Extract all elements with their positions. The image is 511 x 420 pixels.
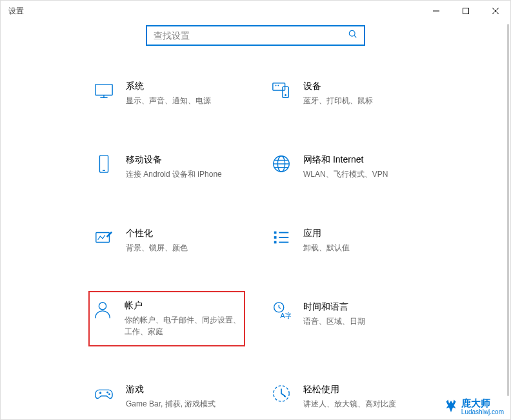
svg-point-28 bbox=[99, 303, 106, 310]
tile-desc: 语音、区域、日期 bbox=[303, 315, 417, 327]
tile-devices[interactable]: 设备 蓝牙、打印机、鼠标 bbox=[268, 78, 420, 109]
svg-text:A字: A字 bbox=[280, 312, 291, 319]
tile-personalization[interactable]: 个性化 背景、锁屏、颜色 bbox=[91, 225, 243, 256]
gaming-icon bbox=[94, 384, 114, 405]
tile-apps[interactable]: 应用 卸载、默认值 bbox=[268, 225, 420, 256]
tile-title: 轻松使用 bbox=[303, 384, 417, 395]
tile-network[interactable]: 网络和 Internet WLAN、飞行模式、VPN bbox=[268, 152, 420, 183]
minimize-button[interactable] bbox=[421, 1, 451, 21]
tile-title: 帐户 bbox=[125, 300, 241, 312]
tile-time-language[interactable]: A字 时间和语言 语音、区域、日期 bbox=[268, 299, 420, 339]
search-icon bbox=[348, 30, 357, 41]
phone-icon bbox=[94, 154, 114, 175]
svg-rect-24 bbox=[274, 241, 277, 244]
network-icon bbox=[271, 154, 292, 175]
svg-rect-1 bbox=[463, 8, 469, 14]
tile-desc: 讲述人、放大镜、高对比度 bbox=[303, 398, 417, 410]
tile-ease-of-access[interactable]: 轻松使用 讲述人、放大镜、高对比度 bbox=[268, 381, 420, 412]
svg-point-33 bbox=[106, 392, 108, 394]
svg-point-10 bbox=[276, 85, 277, 86]
svg-point-13 bbox=[285, 94, 286, 96]
tile-accounts[interactable]: 帐户 你的帐户、电子邮件、同步设置、工作、家庭 bbox=[88, 291, 245, 346]
tile-title: 个性化 bbox=[126, 228, 240, 239]
svg-rect-6 bbox=[95, 85, 112, 95]
tile-phone[interactable]: 移动设备 连接 Android 设备和 iPhone bbox=[91, 152, 243, 183]
tile-gaming[interactable]: 游戏 Game Bar, 捕获, 游戏模式 bbox=[91, 381, 243, 412]
tile-desc: WLAN、飞行模式、VPN bbox=[303, 168, 417, 180]
tile-title: 移动设备 bbox=[126, 154, 240, 166]
apps-icon bbox=[271, 228, 292, 248]
tile-title: 游戏 bbox=[126, 384, 240, 395]
tile-title: 时间和语言 bbox=[303, 301, 417, 313]
system-icon bbox=[94, 81, 114, 101]
devices-icon bbox=[271, 81, 292, 101]
tile-title: 应用 bbox=[303, 228, 417, 239]
watermark-url: Ludashiwj.com bbox=[461, 408, 504, 415]
svg-line-31 bbox=[279, 307, 281, 308]
personalization-icon bbox=[94, 228, 114, 248]
tile-title: 设备 bbox=[303, 81, 417, 92]
accounts-icon bbox=[92, 300, 113, 321]
svg-rect-14 bbox=[99, 155, 108, 172]
window-title: 设置 bbox=[8, 6, 24, 17]
tile-title: 网络和 Internet bbox=[303, 154, 417, 166]
svg-point-11 bbox=[277, 85, 279, 86]
watermark-name: 鹿大师 bbox=[461, 398, 504, 409]
svg-rect-23 bbox=[274, 236, 277, 239]
tile-title: 系统 bbox=[126, 81, 240, 92]
svg-rect-21 bbox=[96, 233, 110, 243]
tile-desc: 卸载、默认值 bbox=[303, 242, 417, 254]
watermark: 鹿大师 Ludashiwj.com bbox=[443, 398, 504, 416]
search-input[interactable] bbox=[154, 30, 348, 41]
time-language-icon: A字 bbox=[271, 301, 292, 322]
svg-point-34 bbox=[108, 394, 110, 395]
tile-desc: 连接 Android 设备和 iPhone bbox=[126, 168, 240, 180]
tile-desc: 蓝牙、打印机、鼠标 bbox=[303, 95, 417, 106]
tile-desc: 你的帐户、电子邮件、同步设置、工作、家庭 bbox=[125, 314, 241, 337]
scrollbar[interactable] bbox=[507, 24, 509, 396]
search-box[interactable] bbox=[146, 25, 365, 46]
tile-desc: 背景、锁屏、颜色 bbox=[126, 242, 240, 254]
tile-system[interactable]: 系统 显示、声音、通知、电源 bbox=[91, 78, 243, 109]
close-button[interactable] bbox=[481, 1, 510, 21]
watermark-logo-icon bbox=[443, 399, 459, 414]
tile-desc: 显示、声音、通知、电源 bbox=[126, 95, 240, 106]
svg-line-5 bbox=[354, 35, 356, 37]
svg-point-4 bbox=[349, 30, 355, 36]
tile-desc: Game Bar, 捕获, 游戏模式 bbox=[126, 398, 240, 410]
svg-rect-22 bbox=[274, 232, 277, 234]
maximize-button[interactable] bbox=[451, 1, 481, 21]
ease-of-access-icon bbox=[271, 384, 292, 405]
